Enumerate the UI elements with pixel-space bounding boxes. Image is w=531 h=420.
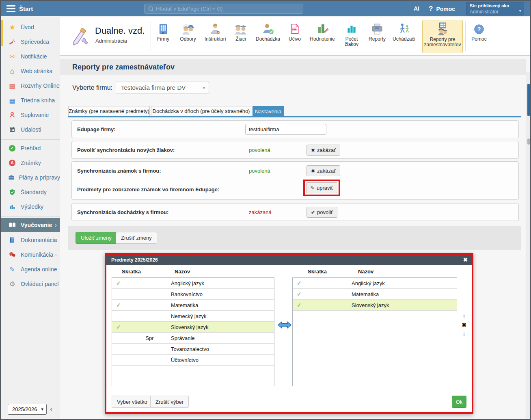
chat-bubbles-icon — [8, 251, 17, 258]
sidebar-item-agenda-online[interactable]: ✎ Agenda online — [1, 262, 60, 277]
subject-row[interactable]: ✓Anglický jazyk — [293, 278, 457, 289]
toolbar-item-hodnotenie[interactable]: Hodnotenie — [307, 20, 338, 53]
select-all-button[interactable]: Vyber všetko — [112, 396, 153, 408]
sidebar-item-suplovanie[interactable]: Suplovanie — [1, 108, 60, 122]
scrollbar-thumb-secondary[interactable] — [527, 139, 530, 145]
scrollbar-thumb[interactable] — [527, 84, 530, 116]
sidebar-item-standardy[interactable]: Štandardy — [1, 185, 60, 199]
subject-row[interactable]: Nemecký jazyk — [112, 311, 274, 322]
chevron-down-icon: ▾ — [41, 404, 43, 414]
move-up-icon[interactable]: ↑ — [460, 313, 468, 322]
sidebar-item-vyucovanie[interactable]: Vyučovanie › — [1, 218, 60, 232]
toolbar-item-pocet-ziakov[interactable]: Počet žiakov — [340, 20, 363, 53]
subject-row[interactable]: SprSprávanie — [112, 333, 274, 344]
check-icon: ✓ — [293, 280, 309, 286]
sidebar-collapse-button[interactable]: ‹ — [50, 405, 52, 414]
sidebar-item-triedna-kniha[interactable]: ▤ Triedna kniha — [1, 93, 60, 108]
shield-icon — [8, 189, 17, 195]
cancel-changes-button[interactable]: Zrušiť zmeny — [116, 232, 157, 244]
sync-grades-group: Synchronizácia známok s firmou: povolená… — [71, 161, 519, 200]
close-icon[interactable]: ✖ — [463, 255, 468, 265]
remove-icon[interactable]: ✖ — [460, 322, 468, 330]
column-header-nazov: Názov — [358, 268, 373, 275]
sidebar-item-dokumentacia[interactable]: Dokumentácia › — [1, 233, 60, 247]
toolbar-item-reporty-pre-zamestnavatelov[interactable]: Reporty pre zamestnávateľov — [422, 20, 463, 53]
sidebar-item-sprievodca[interactable]: Sprievodca — [1, 35, 60, 49]
tab-dochadzka[interactable]: Dochádzka v dňoch (pre účely stravného) — [151, 106, 251, 116]
move-down-icon[interactable]: ↓ — [460, 330, 468, 339]
students-icon — [231, 20, 251, 35]
toolbar-item-uchadzaci[interactable]: Uchádzači — [391, 20, 417, 53]
check-icon: ✓ — [293, 291, 309, 297]
school-year-select[interactable]: 2025/2026 ▾ — [8, 404, 47, 415]
toolbar-divider — [493, 22, 493, 51]
sidebar: ★ Úvod Sprievodca ✉ Notifikácie ⌂ Web st… — [1, 17, 60, 419]
subject-row-selected[interactable]: ✓Slovenský jazyk — [112, 322, 274, 333]
toolbar-item-ziaci[interactable]: Žiaci — [231, 20, 251, 53]
help-button[interactable]: ?Pomoc — [429, 1, 455, 17]
sidebar-item-znamky[interactable]: A Známky — [1, 156, 60, 170]
subjects-modal: Predmety 2025/2026 ✖ Skratka Názov Skrat… — [105, 253, 473, 414]
user-account-dropdown[interactable]: Ste prihlásený ako Administrátor ▾ — [466, 2, 524, 15]
toolbar-item-label: Inštruktori — [202, 37, 228, 42]
subject-row[interactable]: Bankovníctvo — [112, 289, 274, 300]
toolbar-item-label: Reporty pre zamestnávateľov — [423, 37, 462, 48]
subject-name: Slovenský jazyk — [352, 302, 457, 308]
subject-row[interactable]: ✓Anglický jazyk — [112, 278, 274, 289]
toolbar-item-instruktori[interactable]: Inštruktori — [202, 20, 228, 53]
firm-select-value: Testovacia firma pre DV — [121, 82, 209, 93]
sidebar-item-prehlad[interactable]: ✓ Prehľad — [1, 141, 60, 156]
toolbar-item-ucivo[interactable]: Učivo — [285, 20, 304, 53]
save-changes-button[interactable]: Uložiť zmeny — [76, 232, 117, 244]
sidebar-item-label: Agenda online — [21, 266, 57, 273]
cancel-x-icon: ✖ — [311, 147, 315, 153]
swap-arrow-icon[interactable] — [278, 320, 291, 331]
subject-row-selected[interactable]: ✓Slovenský jazyk — [293, 300, 457, 311]
red-annotation-box: ✎upraviť — [303, 180, 340, 196]
sidebar-item-komunikacia[interactable]: Komunikácia › — [1, 247, 60, 262]
subject-row[interactable]: Účtovníctvo — [112, 355, 274, 366]
sidebar-item-udalosti[interactable]: Udalosti — [1, 122, 60, 137]
sidebar-item-rozvrhy-online[interactable]: ▦ Rozvrhy Online — [1, 78, 60, 93]
start-menu-button[interactable]: Štart — [19, 1, 33, 16]
toolbar-divider — [465, 22, 466, 51]
toolbar-item-reporty[interactable]: Reporty — [365, 20, 389, 53]
hamburger-menu-icon[interactable] — [6, 5, 15, 12]
toolbar-item-pomoc[interactable]: ? Pomoc — [468, 20, 490, 53]
disable-new-students-sync-button[interactable]: ✖zakázať — [307, 145, 340, 156]
subject-row[interactable]: ✓Matematika — [112, 300, 274, 311]
home-icon: ⌂ — [8, 67, 17, 76]
enable-attendance-sync-button[interactable]: ✔povoliť — [307, 207, 337, 218]
clear-selection-button[interactable]: Zrušiť výber — [150, 396, 189, 408]
subject-row[interactable]: ✓Matematika — [293, 289, 457, 300]
sidebar-item-web-stranka[interactable]: ⌂ Web stránka — [1, 64, 60, 78]
tab-nastavenia[interactable]: Nastavenia — [253, 106, 284, 117]
firm-select[interactable]: Testovacia firma pre DV ▾ — [116, 82, 209, 93]
toolbar-item-dochadzka[interactable]: Dochádzka — [253, 20, 283, 53]
sidebar-item-ovladaci-panel[interactable]: ⚙ Ovládací panel — [1, 277, 60, 291]
ai-button[interactable]: AI — [414, 1, 419, 16]
toolbar-item-odbory[interactable]: Odbory — [176, 20, 200, 53]
sidebar-item-uvod[interactable]: ★ Úvod — [1, 20, 60, 35]
sidebar-item-vysledky[interactable]: Výsledky — [1, 199, 60, 214]
tab-znamky[interactable]: Známky (pre nastavené predmety) — [68, 106, 150, 116]
edupage-firm-input[interactable] — [245, 124, 326, 135]
vertical-scrollbar[interactable] — [527, 72, 530, 420]
sidebar-item-label: Výsledky — [21, 204, 43, 210]
edit-subjects-button[interactable]: ✎upraviť — [306, 182, 337, 193]
school-year-value: 2025/2026 — [12, 406, 37, 412]
sidebar-item-plany-a-pripravy[interactable]: Plány a prípravy — [1, 170, 60, 185]
toolbar-item-label: Počet žiakov — [340, 37, 363, 47]
disable-grades-sync-button[interactable]: ✖zakázať — [307, 165, 340, 176]
search-input[interactable] — [156, 4, 300, 13]
global-search[interactable] — [144, 4, 303, 14]
envelope-icon: ✉ — [8, 53, 17, 61]
page-title: Reporty pre zamestnávateľov — [72, 59, 526, 75]
main-content: Dualne. vzd. Administrácia Firmy Odbory … — [60, 17, 530, 419]
pencil-icon: ✎ — [311, 185, 315, 191]
subject-row[interactable]: Tovaroznalectvo — [112, 344, 274, 355]
ok-button[interactable]: Ok — [452, 396, 466, 408]
edupage-firm-row: Edupage firmy: — [71, 120, 519, 138]
sidebar-item-notifikacie[interactable]: ✉ Notifikácie — [1, 49, 60, 64]
toolbar-item-firmy[interactable]: Firmy — [153, 20, 174, 53]
